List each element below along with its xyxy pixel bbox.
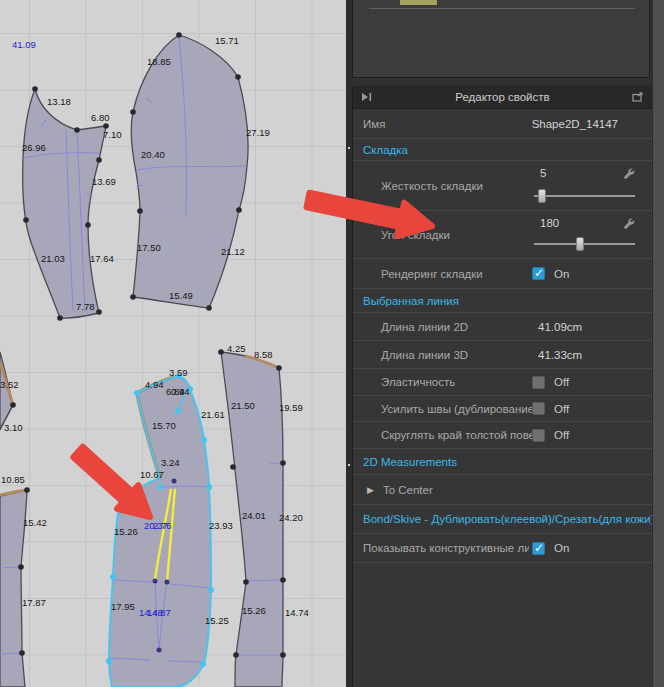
wrench-icon[interactable]	[622, 216, 635, 234]
line-length-3d-value: 41.33cm	[538, 349, 582, 361]
round-thick-edge-row: Скруглять край толстой пове Off	[353, 422, 652, 449]
elasticity-label: Эластичность	[353, 376, 455, 388]
slider-thumb[interactable]	[576, 237, 584, 251]
line-length-3d-row: Длина линии 3D 41.33cm	[353, 341, 652, 369]
fold-angle-value[interactable]: 180	[540, 217, 559, 229]
popout-icon[interactable]	[630, 90, 646, 104]
divider	[369, 8, 635, 9]
reinforce-seams-state: Off	[554, 403, 569, 415]
elasticity-row: Эластичность Off	[353, 369, 652, 396]
right-edge-strip	[652, 0, 664, 687]
fold-rendering-row: Рендеринг складки On	[353, 259, 652, 289]
pattern-piece-c2[interactable]	[0, 487, 30, 687]
top-panel	[352, 0, 650, 78]
reinforce-seams-row: Усилить швы (дублирование Off	[353, 396, 652, 422]
slider-thumb[interactable]	[538, 189, 546, 203]
property-editor-panel: Редактор свойств Имя Shape2D_14147 Склад…	[352, 86, 652, 687]
section-selected-line: Выбранная линия	[353, 289, 652, 313]
shape-name-value[interactable]: Shape2D_14147	[532, 118, 618, 130]
section-fold: Складка	[353, 139, 652, 161]
expander-triangle-icon[interactable]: ▶	[353, 485, 374, 495]
section-2d-measurements: 2D Measurements	[353, 449, 652, 475]
color-swatch[interactable]	[400, 0, 437, 5]
round-thick-edge-state: Off	[554, 429, 569, 441]
reinforce-seams-label: Усилить швы (дублирование	[353, 403, 534, 415]
elasticity-checkbox[interactable]	[532, 376, 545, 389]
show-construction-lines-checkbox[interactable]	[532, 542, 545, 555]
fold-rendering-label: Рендеринг складки	[353, 268, 483, 280]
name-label: Имя	[353, 118, 385, 130]
fold-angle-slider[interactable]	[534, 237, 635, 251]
fold-angle-label: Угол складки	[353, 229, 450, 241]
pattern-pieces-svg	[0, 0, 346, 687]
pattern-piece-e[interactable]	[218, 349, 286, 687]
line-length-2d-row: Длина линии 2D 41.09cm	[353, 313, 652, 341]
pattern-piece-a[interactable]	[23, 86, 109, 321]
wrench-icon[interactable]	[622, 166, 635, 184]
pattern-piece-c1[interactable]	[0, 352, 16, 430]
dock-arrow-icon[interactable]	[359, 90, 375, 104]
elasticity-state: Off	[554, 376, 569, 388]
round-thick-edge-checkbox[interactable]	[532, 429, 545, 442]
fold-rendering-checkbox[interactable]	[532, 267, 545, 280]
right-dock: Редактор свойств Имя Shape2D_14147 Склад…	[352, 0, 652, 687]
fold-angle-row: Угол складки 180	[353, 211, 652, 259]
round-thick-edge-label: Скруглять край толстой пове	[353, 429, 535, 441]
show-construction-lines-label: Показывать конструктивные ли	[353, 542, 529, 554]
name-row: Имя Shape2D_14147	[353, 109, 652, 139]
fold-stiffness-label: Жесткость складки	[353, 180, 483, 192]
pattern-canvas-2d[interactable]: 41.0913.186.807.1026.9618.8515.7127.1920…	[0, 0, 346, 687]
show-construction-lines-state: On	[554, 542, 569, 554]
panel-title: Редактор свойств	[375, 91, 630, 103]
pattern-piece-b[interactable]	[130, 32, 248, 311]
fold-stiffness-row: Жесткость складки 5	[353, 161, 652, 211]
fold-stiffness-slider[interactable]	[534, 189, 635, 203]
line-length-2d-value: 41.09cm	[538, 321, 582, 333]
fold-stiffness-value[interactable]: 5	[540, 167, 546, 179]
pattern-piece-selected[interactable]	[106, 373, 214, 687]
to-center-row[interactable]: ▶ To Center	[353, 475, 652, 505]
section-bond-skive: Bond/Skive - Дублировать(клеевой)/Срезат…	[353, 505, 652, 534]
pattern-editor-window: 41.0913.186.807.1026.9618.8515.7127.1920…	[0, 0, 664, 687]
line-length-3d-label: Длина линии 3D	[353, 349, 468, 361]
reinforce-seams-checkbox[interactable]	[532, 402, 545, 415]
to-center-label: To Center	[374, 484, 433, 496]
line-length-2d-label: Длина линии 2D	[353, 321, 468, 333]
fold-rendering-state: On	[554, 268, 569, 280]
show-construction-lines-row: Показывать конструктивные ли On	[353, 534, 652, 563]
property-editor-header: Редактор свойств	[353, 86, 652, 109]
